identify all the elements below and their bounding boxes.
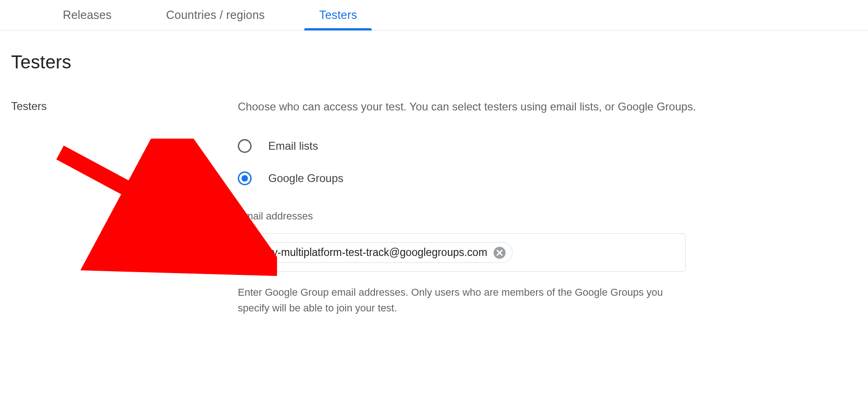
- radio-google-groups[interactable]: [238, 171, 252, 185]
- page-title: Testers: [11, 52, 868, 73]
- radio-email-lists-label[interactable]: Email lists: [268, 140, 318, 152]
- radio-google-groups-label[interactable]: Google Groups: [268, 172, 344, 185]
- tabs-bar: Releases Countries / regions Testers: [0, 0, 868, 30]
- radio-email-lists[interactable]: [238, 139, 252, 153]
- tab-testers[interactable]: Testers: [302, 8, 374, 30]
- email-addresses-help: Enter Google Group email addresses. Only…: [238, 285, 686, 316]
- close-icon: [496, 246, 503, 259]
- email-chip-text: play-multiplatform-test-track@googlegrou…: [258, 246, 487, 259]
- section-label-testers: Testers: [0, 98, 238, 316]
- email-addresses-input[interactable]: play-multiplatform-test-track@googlegrou…: [238, 233, 686, 272]
- remove-chip-button[interactable]: [494, 247, 506, 259]
- email-addresses-label: Email addresses: [238, 210, 850, 222]
- tab-countries-regions[interactable]: Countries / regions: [150, 8, 282, 30]
- email-chip: play-multiplatform-test-track@googlegrou…: [247, 242, 512, 263]
- tab-releases[interactable]: Releases: [46, 8, 128, 30]
- intro-text: Choose who can access your test. You can…: [238, 98, 850, 115]
